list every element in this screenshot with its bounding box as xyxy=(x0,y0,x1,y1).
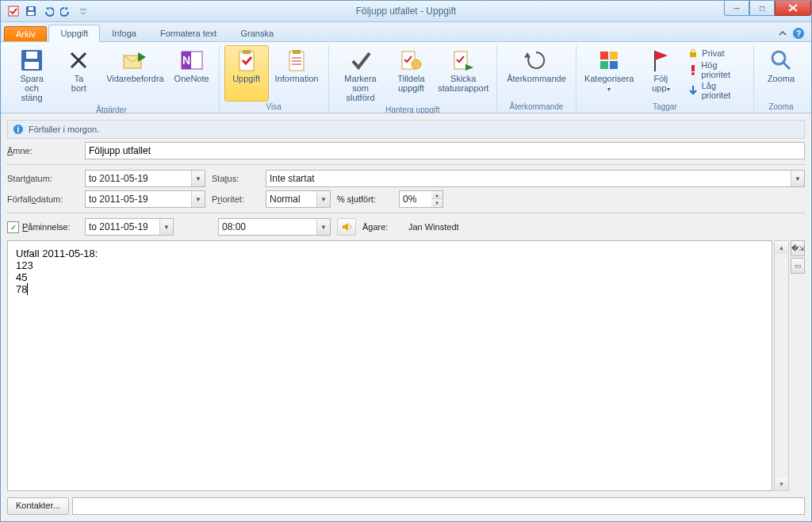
private-button[interactable]: Privat xyxy=(684,47,749,59)
duedate-combo[interactable]: to 2011-05-19 ▼ xyxy=(85,190,205,208)
body-editor[interactable]: Utfall 2011-05-18: 123 45 78 xyxy=(7,240,772,491)
svg-text:i: i xyxy=(17,125,20,134)
qat-undo-icon[interactable] xyxy=(40,3,56,19)
scroll-down-icon[interactable]: ▼ xyxy=(775,478,788,490)
svg-rect-16 xyxy=(293,50,301,54)
duedate-row: Förfallodatum: to 2011-05-19 ▼ Prioritet… xyxy=(7,190,805,208)
lock-icon xyxy=(688,48,699,59)
group-show: Uppgift Information Visa xyxy=(220,45,329,113)
categorize-icon xyxy=(596,48,622,73)
maximize-button[interactable]: □ xyxy=(749,1,775,16)
status-combo[interactable]: Inte startat ▼ xyxy=(266,170,805,187)
startdate-combo[interactable]: to 2011-05-19 ▼ xyxy=(85,170,205,187)
qat-task-icon[interactable] xyxy=(6,3,21,19)
qat-save-icon[interactable] xyxy=(23,3,39,19)
scroll-up-icon[interactable]: ▲ xyxy=(775,241,788,254)
svg-point-30 xyxy=(772,52,785,64)
tab-uppgift[interactable]: Uppgift xyxy=(48,25,100,42)
zoom-icon xyxy=(768,48,794,73)
save-close-icon xyxy=(19,48,44,73)
delete-button[interactable]: Ta bort xyxy=(56,45,101,105)
onenote-button[interactable]: N OneNote xyxy=(170,45,214,105)
minimize-button[interactable]: ─ xyxy=(724,1,749,16)
priority-combo[interactable]: Normal ▼ xyxy=(266,190,331,208)
file-tab[interactable]: Arkiv xyxy=(4,26,47,41)
svg-rect-2 xyxy=(28,12,34,15)
tab-granska[interactable]: Granska xyxy=(228,25,285,41)
forward-icon xyxy=(122,48,147,73)
followup-icon xyxy=(648,48,673,73)
chevron-down-icon[interactable]: ▼ xyxy=(191,191,205,207)
low-priority-icon xyxy=(688,85,698,96)
tab-row: Arkiv Uppgift Infoga Formatera text Gran… xyxy=(1,22,811,42)
svg-rect-25 xyxy=(600,61,608,69)
high-priority-icon xyxy=(688,64,698,75)
sound-button[interactable] xyxy=(337,218,356,236)
svg-point-29 xyxy=(691,72,695,75)
contacts-input[interactable] xyxy=(72,497,805,515)
report-icon xyxy=(450,48,476,73)
chevron-down-icon[interactable]: ▼ xyxy=(791,171,804,186)
mark-complete-button[interactable]: Markera som slutförd xyxy=(334,45,388,105)
task-window: Följupp utfallet - Uppgift ─ □ Arkiv Upp… xyxy=(0,0,812,522)
group-manage: Markera som slutförd Tilldela uppgift Sk… xyxy=(329,45,498,113)
form-area: i Förfaller i morgon. Ämne: Startdatum: … xyxy=(1,113,811,521)
group-zoom: Zooma Zooma xyxy=(754,45,808,113)
svg-rect-23 xyxy=(600,52,608,59)
pct-spinner[interactable]: ▲▼ xyxy=(431,190,443,208)
svg-rect-3 xyxy=(29,7,33,10)
qat-redo-icon[interactable] xyxy=(58,3,74,19)
qat-customize-dropdown[interactable] xyxy=(75,3,91,19)
chevron-down-icon[interactable]: ▼ xyxy=(316,191,330,207)
details-button[interactable]: Information xyxy=(270,45,324,102)
follow-up-button[interactable]: Följ upp▾ xyxy=(638,45,683,102)
minimize-ribbon-icon[interactable] xyxy=(778,29,787,38)
owner-value: Jan Winstedt xyxy=(408,222,459,232)
zoom-button[interactable]: Zooma xyxy=(759,45,803,102)
assign-task-button[interactable]: Tilldela uppgift xyxy=(389,45,433,105)
svg-rect-24 xyxy=(610,52,618,59)
chevron-down-icon[interactable]: ▼ xyxy=(159,219,173,235)
bottom-row: Kontakter... xyxy=(7,494,805,515)
svg-rect-27 xyxy=(690,52,696,57)
recurrence-button[interactable]: Återkommande xyxy=(502,45,571,102)
assign-icon xyxy=(398,48,423,73)
reminder-time-combo[interactable]: 08:00 ▼ xyxy=(218,218,331,236)
vertical-scrollbar[interactable]: ▲ ▼ xyxy=(774,240,789,491)
reminder-date-combo[interactable]: to 2011-05-19 ▼ xyxy=(85,218,174,236)
details-icon xyxy=(284,48,309,73)
svg-rect-26 xyxy=(610,61,618,69)
separator xyxy=(7,164,805,165)
forward-button[interactable]: Vidarebefordra xyxy=(102,45,167,105)
editor-sidebar: �⁠⇲ ▭ xyxy=(791,240,805,491)
high-priority-button[interactable]: Hög prioritet xyxy=(684,59,749,80)
svg-rect-0 xyxy=(9,6,18,16)
tab-infoga[interactable]: Infoga xyxy=(100,25,148,41)
chevron-down-icon[interactable]: ▼ xyxy=(191,171,205,186)
text-caret xyxy=(27,283,28,295)
categorize-button[interactable]: Kategorisera ▾ xyxy=(581,45,638,102)
subject-label: Ämne: xyxy=(7,146,79,155)
subject-input[interactable] xyxy=(85,142,805,159)
close-button[interactable] xyxy=(775,1,811,16)
owner-label: Ägare: xyxy=(362,222,402,232)
help-icon[interactable]: ? xyxy=(792,27,805,40)
task-view-button[interactable]: Uppgift xyxy=(224,45,269,102)
group-tags: Kategorisera ▾ Följ upp▾ Privat Hög prio… xyxy=(576,45,754,113)
expand-sidebar-button[interactable]: �⁠⇲ xyxy=(791,240,805,256)
tab-formatera[interactable]: Formatera text xyxy=(148,25,229,41)
task-icon xyxy=(234,48,259,73)
startdate-row: Startdatum: to 2011-05-19 ▼ Status: Inte… xyxy=(7,170,805,187)
reminder-label: Påminnelse: xyxy=(22,222,71,232)
low-priority-button[interactable]: Låg prioritet xyxy=(684,80,749,101)
save-and-close-button[interactable]: Spara och stäng xyxy=(9,45,55,105)
tags-small-buttons: Privat Hög prioritet Låg prioritet xyxy=(684,45,749,102)
chevron-down-icon[interactable]: ▼ xyxy=(316,219,330,235)
send-status-report-button[interactable]: Skicka statusrapport xyxy=(435,45,492,105)
contacts-button[interactable]: Kontakter... xyxy=(7,497,69,515)
duedate-label: Förfallodatum: xyxy=(7,194,79,204)
pct-complete-input[interactable]: 0% xyxy=(399,190,431,208)
group-actions: Spara och stäng Ta bort Vidarebefordra N… xyxy=(4,45,220,113)
reminder-checkbox[interactable]: ✓ xyxy=(7,221,19,233)
people-pane-button[interactable]: ▭ xyxy=(791,258,805,274)
